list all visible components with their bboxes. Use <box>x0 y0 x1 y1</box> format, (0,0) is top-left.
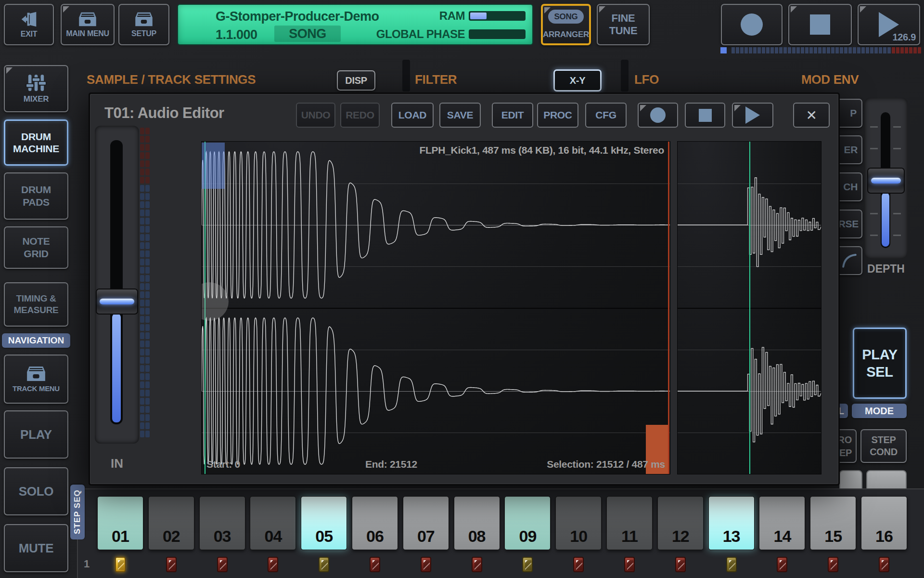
main-menu-button[interactable]: MAIN MENU <box>61 4 115 45</box>
step-cond-button[interactable]: STEP COND <box>860 429 907 463</box>
meter-segment <box>145 259 150 265</box>
sidebar-item-note-grid[interactable]: NOTE GRID <box>4 226 68 269</box>
sidebar-item-mute[interactable]: MUTE <box>4 524 68 572</box>
step-led-04[interactable] <box>268 557 278 572</box>
step-pad-01[interactable]: 01 <box>97 496 143 550</box>
save-button[interactable]: SAVE <box>439 103 481 128</box>
meter-segment <box>140 275 144 282</box>
sidebar-item-drum-pads[interactable]: DRUM PADS <box>4 172 68 220</box>
stop-button[interactable] <box>788 4 852 45</box>
exit-button[interactable]: EXIT <box>4 4 54 45</box>
meter-segment <box>140 300 144 306</box>
step-led-02[interactable] <box>166 557 177 572</box>
step-led-13[interactable] <box>726 557 737 572</box>
step-led-14[interactable] <box>777 557 787 572</box>
step-pad-11[interactable]: 11 <box>606 496 653 550</box>
load-button[interactable]: LOAD <box>391 103 434 128</box>
step-pad-09[interactable]: 09 <box>504 496 551 550</box>
step-pad-05[interactable]: 05 <box>301 496 347 550</box>
editor-play-button[interactable] <box>732 103 773 128</box>
step-pad-10[interactable]: 10 <box>555 496 602 550</box>
step-led-15[interactable] <box>828 557 838 572</box>
step-led-05[interactable] <box>319 557 329 572</box>
setup-button[interactable]: SETUP <box>118 4 169 45</box>
song-arranger-button[interactable]: SONG ARRANGER <box>541 4 591 45</box>
step-pad-08[interactable]: 08 <box>454 496 500 550</box>
xy-button[interactable]: X-Y <box>553 69 602 92</box>
selection-start-flag[interactable] <box>202 143 225 189</box>
play-button[interactable]: 126.9 <box>858 4 920 45</box>
curve-icon <box>841 253 858 268</box>
step-pad-14[interactable]: 14 <box>759 496 805 550</box>
in-label: IN <box>95 456 139 471</box>
depth-fader-handle[interactable] <box>867 168 905 194</box>
step-pad-02[interactable]: 02 <box>148 496 194 550</box>
step-led-07[interactable] <box>421 557 431 572</box>
cfg-button[interactable]: CFG <box>585 103 627 128</box>
in-fader-handle[interactable] <box>96 289 138 315</box>
overview-playhead-line[interactable] <box>749 142 750 474</box>
editor-record-button[interactable] <box>638 103 678 128</box>
meter-segment <box>140 160 144 167</box>
selection-end-line[interactable] <box>668 142 669 474</box>
fine-tune-button[interactable]: FINE TUNE <box>597 4 650 45</box>
sidebar-item-drum-machine[interactable]: DRUM MACHINE <box>4 119 68 166</box>
step-pad-07[interactable]: 07 <box>403 496 449 550</box>
sidebar-item-track-menu[interactable]: TRACK MENU <box>4 355 68 404</box>
close-button[interactable]: ✕ <box>793 103 830 128</box>
step-led-16[interactable] <box>879 557 889 572</box>
step-led-03[interactable] <box>217 557 228 572</box>
step-pad-13[interactable]: 13 <box>708 496 755 550</box>
disp-button[interactable]: DISP <box>337 70 375 91</box>
meter-segment <box>140 431 144 437</box>
proc-button[interactable]: PROC <box>537 103 578 128</box>
status-selection: Selection: 21512 / 487 ms <box>547 459 665 470</box>
step-pad-04[interactable]: 04 <box>250 496 296 550</box>
step-pad-03[interactable]: 03 <box>199 496 245 550</box>
step-led-08[interactable] <box>472 557 482 572</box>
beat-cell <box>857 47 860 53</box>
step-led-11[interactable] <box>624 557 635 572</box>
beat-cell <box>732 47 735 53</box>
meter-segment <box>145 128 150 134</box>
record-button[interactable] <box>721 4 783 45</box>
waveform-display[interactable]: FLPH_Kick1, 487 ms (84 KB), 16 bit, 44.1… <box>201 141 670 474</box>
step-led-10[interactable] <box>573 557 584 572</box>
beat-cell <box>792 47 796 53</box>
undo-button[interactable]: UNDO <box>296 103 335 128</box>
sidebar-item-timing-measure[interactable]: TIMING & MEASURE <box>4 282 68 327</box>
step-led-12[interactable] <box>675 557 686 572</box>
waveform-overview[interactable] <box>677 141 821 474</box>
step-pad-16[interactable]: 16 <box>861 496 907 550</box>
lcd-display: G-Stomper-Producer-Demo 1.1.000 SONG RAM… <box>177 4 533 45</box>
song-badge: SONG <box>548 10 584 24</box>
meter-segment <box>145 218 150 224</box>
fader-tick <box>870 213 878 214</box>
sidebar-item-solo[interactable]: SOLO <box>4 467 68 515</box>
editor-stop-button[interactable] <box>685 103 725 128</box>
step-number: 15 <box>810 527 856 546</box>
play-label: PLAY <box>20 427 52 442</box>
step-pad-15[interactable]: 15 <box>810 496 856 550</box>
beat-cell <box>766 47 770 53</box>
exit-door-icon <box>19 11 39 27</box>
mode-indicator[interactable]: SONG <box>274 26 341 42</box>
step-pad-06[interactable]: 06 <box>352 496 398 550</box>
step-led-01[interactable] <box>115 557 126 572</box>
edit-button[interactable]: EDIT <box>492 103 533 128</box>
meter-segment <box>140 357 144 364</box>
play-sel-button[interactable]: PLAY SEL <box>853 328 907 399</box>
step-pad-12[interactable]: 12 <box>657 496 704 550</box>
redo-button[interactable]: REDO <box>340 103 380 128</box>
sidebar-item-play[interactable]: PLAY <box>4 410 68 459</box>
sidebar-item-mixer[interactable]: MIXER <box>4 65 68 112</box>
meter-segment <box>145 242 150 249</box>
step-led-09[interactable] <box>522 557 533 572</box>
redo-label: REDO <box>346 109 374 121</box>
step-number: 16 <box>861 527 907 546</box>
meter-segment <box>140 422 144 429</box>
meter-segment <box>145 193 150 200</box>
meter-segment <box>140 365 144 372</box>
step-led-06[interactable] <box>370 557 380 572</box>
step-number: 07 <box>403 527 449 546</box>
